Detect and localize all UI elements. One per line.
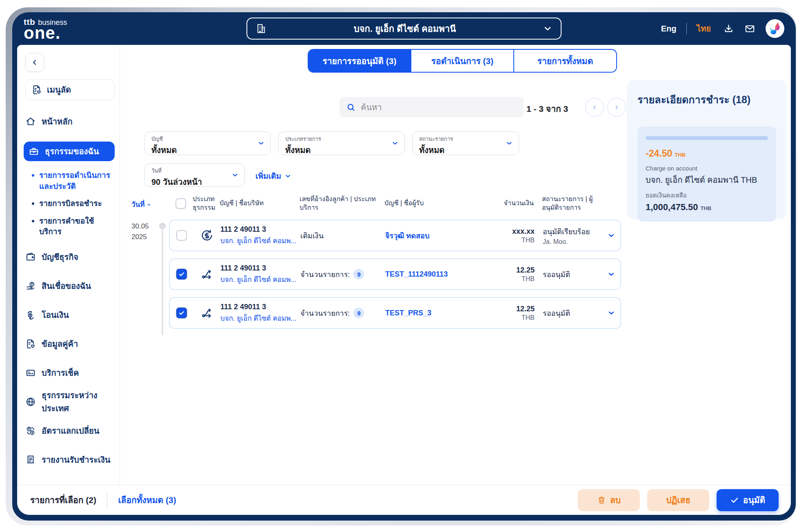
search-box[interactable]	[340, 97, 524, 117]
exchange-rate-icon	[25, 426, 36, 436]
row-checkbox[interactable]	[176, 230, 187, 241]
charge-account-card: -24.50THB Charge on account บจก. ยูเอ็ก …	[637, 126, 776, 222]
balance-label: ยอดเงินคงเหลือ	[646, 191, 768, 200]
row-currency: THB	[488, 314, 535, 321]
pagination-next-button[interactable]	[607, 98, 626, 117]
sidebar-collapse-button[interactable]	[25, 53, 44, 72]
row-count-label: จำนวนรายการ:	[300, 307, 350, 319]
bottom-divider	[107, 492, 108, 509]
sidebar-subitem-bills-due[interactable]: รายการบิลรอชำระ	[32, 198, 112, 209]
select-all-link[interactable]: เลือกทั้งหมด (3)	[118, 493, 176, 507]
avatar[interactable]	[766, 19, 784, 38]
table-row[interactable]: 111 2 49011 3 บจก. ยูเอ็ก ดีไซต์ คอมพ...…	[169, 297, 621, 329]
bullet-dot	[32, 220, 34, 222]
row-company: บจก. ยูเอ็ก ดีไซต์ คอมพ...	[220, 235, 300, 246]
tab-group: รายการรออนุมัติ (3) รอดำเนินการ (3) รายก…	[308, 49, 617, 73]
wallet-icon	[25, 252, 36, 262]
column-amount: จำนวนเงิน	[487, 199, 534, 208]
charge-on-account-label: Charge on account	[646, 165, 768, 172]
tab-pending-approval[interactable]: รายการรออนุมัติ (3)	[309, 50, 411, 72]
sidebar-item-home[interactable]: หน้าหลัก	[25, 113, 115, 131]
sidebar-item-business-accounts[interactable]: บัญชีธุรกิจ	[25, 248, 115, 266]
sidebar-item-international[interactable]: ธุรกรรมระหว่างประเทศ	[25, 393, 115, 411]
progress-bar	[646, 136, 768, 140]
column-ref: เลขที่อ้างอิงลูกค้า | ประเภทบริการ	[300, 195, 384, 212]
column-status: สถานะรายการ | ผู้อนุมัติรายการ	[534, 195, 603, 212]
company-selector[interactable]: บจก. ยูเอ็ก ดีไซต์ คอมพานี	[246, 18, 562, 40]
row-amount: 12.25	[488, 305, 535, 313]
top-right-cluster: Eng ไทย	[661, 12, 784, 45]
check-icon	[730, 496, 739, 505]
column-date-sort[interactable]: วันที่	[131, 195, 169, 212]
row-company: บจก. ยูเอ็ก ดีไซต์ คอมพ...	[220, 313, 300, 324]
row-expand-chevron[interactable]	[604, 270, 619, 278]
sidebar-item-cheque-service[interactable]: บริการเช็ค	[25, 364, 115, 382]
chevron-down-icon	[231, 171, 239, 179]
download-icon[interactable]	[723, 23, 734, 34]
filter-type-dropdown[interactable]: ประเภทรายการ ทั้งหมด	[278, 131, 405, 155]
row-account: 111 2 49011 3	[220, 225, 300, 234]
sidebar-subitem-pending-history[interactable]: รายการรอดำเนินการ และประวัติ	[32, 170, 112, 192]
selected-count-label: รายการที่เลือก (2)	[30, 493, 96, 507]
row-count-badge: 9	[353, 308, 364, 318]
transfer-icon	[25, 310, 36, 320]
row-expand-chevron[interactable]	[604, 231, 619, 239]
date-group-label: 30.05 2025	[131, 221, 149, 243]
row-currency: THB	[488, 275, 535, 283]
sidebar-item-partner-data[interactable]: ข้อมูลคู่ค้า	[25, 335, 115, 353]
row-status: รออนุมัติ	[543, 268, 604, 280]
row-expand-chevron[interactable]	[604, 309, 619, 317]
tab-in-progress[interactable]: รอดำเนินการ (3)	[411, 50, 514, 72]
row-checkbox[interactable]	[176, 308, 187, 318]
filter-account-dropdown[interactable]: บัญชี ทั้งหมด	[144, 131, 271, 155]
lang-thai[interactable]: ไทย	[697, 22, 711, 35]
cheque-icon	[25, 368, 36, 378]
reject-button[interactable]: ปฏิเสธ	[647, 489, 709, 511]
mail-icon[interactable]	[744, 23, 756, 35]
sidebar-item-my-transactions[interactable]: ธุรกรรมของฉัน	[24, 142, 115, 161]
tab-all-items[interactable]: รายการทั้งหมด	[514, 50, 616, 72]
row-checkbox[interactable]	[176, 269, 187, 279]
shortcut-menu-button[interactable]: เมนูลัด	[25, 79, 115, 100]
sidebar-item-exchange-rate[interactable]: อัตราแลกเปลี่ยน	[25, 422, 115, 440]
app-frame: ttb business one. บจก. ยูเอ็ก ดีไซต์ คอม…	[12, 12, 796, 521]
filter-type-value: ทั้งหมด	[285, 144, 388, 157]
filter-status-value: ทั้งหมด	[419, 144, 502, 157]
bullet-dot	[32, 202, 34, 205]
table-body: 30.05 2025 111 2 49011 3	[131, 219, 621, 336]
column-receiver: บัญชี | ชื่อผู้รับ	[384, 199, 487, 208]
sidebar-subitem-service-requests[interactable]: รายการคำขอใช้บริการ	[32, 216, 112, 237]
row-account: 111 2 49011 3	[220, 264, 300, 273]
chevron-down-icon	[543, 24, 553, 33]
filter-date-label: วันที่	[151, 166, 228, 175]
filter-status-dropdown[interactable]: สถานะรายการ ทั้งหมด	[412, 131, 519, 155]
chevron-down-icon	[506, 140, 513, 147]
bullet-dot	[32, 174, 34, 177]
select-all-checkbox[interactable]	[175, 198, 186, 209]
bulk-transfer-icon	[193, 306, 220, 320]
row-status: รออนุมัติ	[543, 307, 604, 319]
filter-type-label: ประเภทรายการ	[285, 135, 388, 143]
row-receiver: TEST_1112490113	[385, 270, 488, 279]
table-row[interactable]: 111 2 49011 3 บจก. ยูเอ็ก ดีไซต์ คอมพ...…	[169, 258, 621, 290]
panel-title: รายละเอียดการชำระ (18)	[637, 91, 776, 108]
filter-date-dropdown[interactable]: วันที่ 90 วันล่วงหน้า	[144, 163, 245, 187]
more-filters-link[interactable]: เพิ่มเติม	[255, 170, 291, 182]
sort-asc-icon	[147, 202, 151, 207]
lang-eng[interactable]: Eng	[661, 24, 677, 33]
search-input[interactable]	[361, 103, 517, 112]
sidebar-item-transfer[interactable]: โอนเงิน	[25, 306, 115, 324]
row-approver: Ja. Moo.	[543, 238, 604, 246]
table-row[interactable]: 111 2 49011 3 บจก. ยูเอ็ก ดีไซต์ คอมพ...…	[169, 219, 621, 251]
pagination-prev-button[interactable]	[585, 98, 604, 117]
row-amount: 12.25	[488, 266, 535, 275]
chevron-down-icon	[284, 173, 291, 180]
sidebar-item-my-loans[interactable]: สินเชื่อของฉัน	[25, 277, 115, 295]
lang-divider	[686, 23, 687, 34]
timeline-line	[162, 226, 163, 335]
approve-button[interactable]: อนุมัติ	[717, 489, 779, 511]
sidebar-item-payment-report[interactable]: รายงานรับชำระเงิน	[25, 451, 115, 469]
delete-button[interactable]: ลบ	[578, 489, 640, 511]
chevron-down-icon	[257, 140, 265, 147]
sidebar-menu: หน้าหลัก ธุรกรรมของฉัน รายการรอดำเนินการ…	[25, 113, 115, 469]
